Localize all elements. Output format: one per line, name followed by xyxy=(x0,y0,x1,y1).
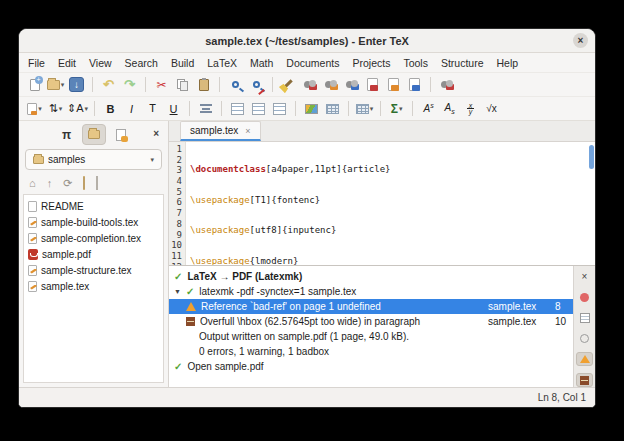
detach-button[interactable] xyxy=(96,177,98,189)
home-button[interactable]: ⌂ xyxy=(29,177,36,189)
underline-button[interactable]: U xyxy=(164,99,183,119)
sidebar-close-button[interactable]: × xyxy=(153,128,159,139)
file-row[interactable]: sample.tex xyxy=(24,278,163,294)
menu-structure[interactable]: Structure xyxy=(441,57,484,69)
menu-view[interactable]: View xyxy=(89,57,112,69)
code-line: \usepackage[utf8]{inputenc} xyxy=(190,225,595,236)
italic-button[interactable]: I xyxy=(122,99,141,119)
file-row[interactable]: README xyxy=(24,198,163,214)
code-editor[interactable]: 12 34 56 78 910 1112 \documentclass[a4pa… xyxy=(169,142,595,265)
folder-icon xyxy=(33,156,44,164)
compile-ps-button[interactable] xyxy=(321,75,340,95)
output-info-row[interactable]: Output written on sample.pdf (1 page, 49… xyxy=(169,329,573,344)
output-badbox-row[interactable]: Overfull \hbox (62.57645pt too wide) in … xyxy=(169,314,573,329)
quick-build-button[interactable] xyxy=(437,75,456,95)
paste-icon xyxy=(199,79,209,91)
sqrt-button[interactable]: √x xyxy=(482,99,501,119)
file-row[interactable]: sample.pdf xyxy=(24,246,163,262)
math-sum-dropdown[interactable]: Σ▾ xyxy=(387,99,406,119)
bold-button[interactable]: B xyxy=(101,99,120,119)
log-icon xyxy=(580,313,590,323)
menu-search[interactable]: Search xyxy=(125,57,158,69)
output-warning-row[interactable]: Reference `bad-ref' on page 1 undefined … xyxy=(169,299,573,314)
messages-view-button[interactable] xyxy=(576,332,593,346)
code-area[interactable]: \documentclass[a4paper,11pt]{article} \u… xyxy=(186,142,595,265)
file-row[interactable]: sample-structure.tex xyxy=(24,262,163,278)
menu-file[interactable]: File xyxy=(28,57,45,69)
new-file-button[interactable]: + xyxy=(25,75,44,95)
menu-math[interactable]: Math xyxy=(250,57,273,69)
subscript-button[interactable]: As xyxy=(440,99,459,119)
output-header-label: LaTeX → PDF (Latexmk) xyxy=(187,271,302,282)
chevron-down-icon: ▾ xyxy=(150,156,154,164)
find-button[interactable] xyxy=(226,75,245,95)
view-pdf-button[interactable] xyxy=(405,75,424,95)
hand-page-icon xyxy=(116,129,126,141)
menu-edit[interactable]: Edit xyxy=(58,57,76,69)
clean-build-button[interactable] xyxy=(279,75,298,95)
copy-button[interactable] xyxy=(173,75,192,95)
error-filter-button[interactable] xyxy=(576,291,593,305)
editor-scrollbar-thumb[interactable] xyxy=(589,145,594,169)
section-dropdown[interactable]: ▾ xyxy=(25,99,44,119)
compile-pdf-button[interactable] xyxy=(342,75,361,95)
redo-icon: ↷ xyxy=(124,77,135,92)
superscript-button[interactable]: As xyxy=(419,99,438,119)
warning-filter-button[interactable] xyxy=(576,352,593,366)
tab-sample-tex[interactable]: sample.tex × xyxy=(180,121,261,141)
refresh-button[interactable]: ⟳ xyxy=(63,177,72,190)
itemize-button[interactable] xyxy=(228,99,247,119)
view-dvi-button[interactable] xyxy=(363,75,382,95)
tabular-dropdown[interactable]: ▾ xyxy=(355,99,374,119)
insert-table-button[interactable] xyxy=(323,99,342,119)
cut-button[interactable]: ✂ xyxy=(152,75,171,95)
up-arrow-icon: ↑ xyxy=(47,177,53,189)
collapse-arrow-icon[interactable]: ▼ xyxy=(174,288,181,295)
center-align-button[interactable] xyxy=(196,99,215,119)
gears-ps-icon xyxy=(325,80,337,89)
output-command-row[interactable]: ▼ ✓ latexmk -pdf -synctex=1 sample.tex xyxy=(169,284,573,299)
insert-image-button[interactable] xyxy=(302,99,321,119)
badbox-filter-button[interactable] xyxy=(576,373,593,387)
tab-close-icon[interactable]: × xyxy=(245,126,250,136)
compile-dvi-button[interactable] xyxy=(300,75,319,95)
menu-build[interactable]: Build xyxy=(171,57,194,69)
menu-projects[interactable]: Projects xyxy=(352,57,390,69)
output-header-row[interactable]: ✓ LaTeX → PDF (Latexmk) xyxy=(169,269,573,284)
menu-tools[interactable]: Tools xyxy=(403,57,428,69)
indent-button[interactable] xyxy=(270,99,289,119)
new-folder-button[interactable] xyxy=(83,177,85,189)
window-close-button[interactable]: × xyxy=(573,33,588,48)
redo-button[interactable]: ↷ xyxy=(120,75,139,95)
menu-documents[interactable]: Documents xyxy=(286,57,339,69)
sidebar-tabs: π × xyxy=(19,121,168,148)
log-view-button[interactable] xyxy=(576,311,593,325)
menu-help[interactable]: Help xyxy=(497,57,519,69)
save-file-button[interactable]: ↓ xyxy=(67,75,86,95)
file-browser-tab[interactable] xyxy=(82,124,106,145)
find-replace-button[interactable] xyxy=(247,75,266,95)
clipboard-panel-tab[interactable] xyxy=(109,124,133,145)
output-summary-row[interactable]: 0 errors, 1 warning, 1 badbox xyxy=(169,344,573,359)
environment-dropdown[interactable]: ⇅▾ xyxy=(46,99,65,119)
undo-button[interactable]: ↶ xyxy=(99,75,118,95)
file-row[interactable]: sample-completion.tex xyxy=(24,230,163,246)
enumerate-button[interactable] xyxy=(249,99,268,119)
math-panel-tab[interactable]: π xyxy=(55,124,79,145)
menu-latex[interactable]: LaTeX xyxy=(207,57,237,69)
fraction-button[interactable]: xy xyxy=(461,99,480,119)
output-open-row[interactable]: ✓ Open sample.pdf xyxy=(169,359,573,374)
fontsize-dropdown[interactable]: ⇕A▾ xyxy=(67,99,88,119)
paste-button[interactable] xyxy=(194,75,213,95)
view-ps-button[interactable] xyxy=(384,75,403,95)
open-file-button[interactable]: ▾ xyxy=(46,75,65,95)
toolbar-separator xyxy=(221,101,222,116)
sidebar: π × samples ▾ ⌂ ↑ ⟳ README sample-build- xyxy=(19,121,169,387)
pi-icon: π xyxy=(62,128,71,142)
folder-selector[interactable]: samples ▾ xyxy=(25,149,162,170)
close-output-button[interactable]: × xyxy=(576,270,593,284)
image-icon xyxy=(305,104,318,114)
file-row[interactable]: sample-build-tools.tex xyxy=(24,214,163,230)
parent-dir-button[interactable]: ↑ xyxy=(47,177,53,189)
typewriter-button[interactable]: T xyxy=(143,99,162,119)
